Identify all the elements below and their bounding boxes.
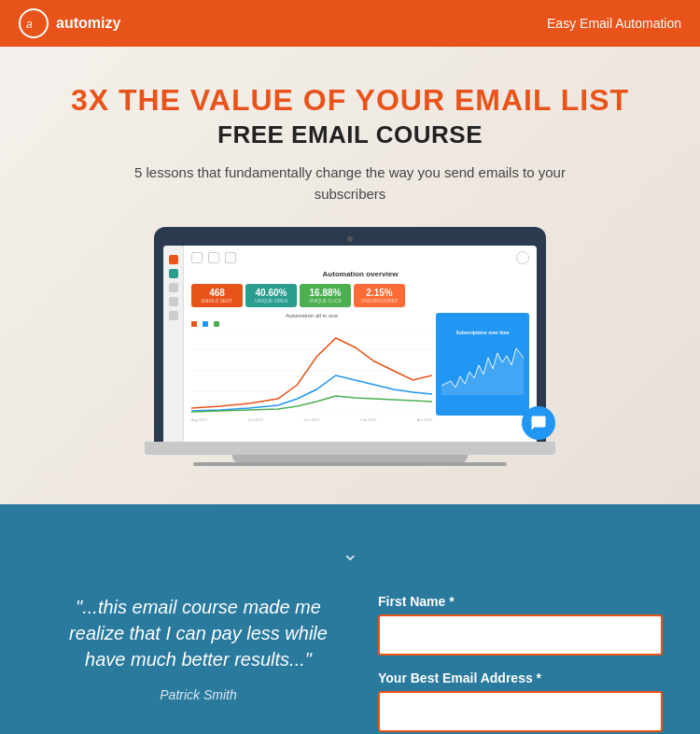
sidebar-icon-4 (169, 297, 178, 306)
stat-number-1: 468 (197, 288, 237, 298)
laptop-base (145, 442, 555, 455)
topbar-icon-1 (191, 252, 203, 263)
page-header: a automizy Easy Email Automation (0, 0, 700, 47)
topbar-profile-icon (516, 251, 529, 264)
chat-icon (530, 415, 547, 431)
chevron-down-icon: ⌄ (342, 542, 358, 566)
topbar-icon-2 (208, 252, 219, 263)
screen-sidebar (163, 246, 184, 442)
testimonial-author: Patrick Smith (56, 687, 341, 702)
sidebar-icon-2 (169, 269, 178, 278)
logo-area[interactable]: a automizy (19, 8, 120, 38)
laptop: Automation overview 468 EMAILS SENT 40.6… (154, 227, 546, 466)
signup-form: First Name * Your Best Email Address * S… (378, 585, 663, 734)
testimonial-text: "...this email course made me realize th… (56, 594, 341, 672)
hero-section: 3X THE VALUE OF YOUR EMAIL LIST FREE EMA… (0, 47, 700, 504)
bottom-section: ⌄ "...this email course made me realize … (0, 504, 700, 734)
sidebar-icon-1 (169, 255, 178, 264)
topbar-icon-3 (225, 252, 236, 263)
laptop-foot (193, 462, 507, 466)
laptop-screen-inner: Automation overview 468 EMAILS SENT 40.6… (163, 246, 537, 442)
sidebar-icon-3 (169, 283, 178, 292)
laptop-chat-button[interactable] (522, 406, 555, 440)
hero-subtitle: 5 lessons that fundamentally change the … (126, 162, 574, 205)
logo-text: automizy (56, 15, 120, 32)
stat-click-rate: 16.88% UNIQUE CLICK (300, 284, 351, 307)
laptop-stand (232, 455, 468, 462)
svg-point-0 (20, 9, 48, 37)
chart-right-panel: Subscriptions over time (436, 313, 529, 416)
stat-open-rate: 40.60% UNIQUE OPEN (245, 284, 297, 307)
stat-label-2: UNIQUE OPEN (251, 298, 291, 303)
stat-emails-sent: 468 EMAILS SENT (191, 284, 243, 307)
stat-number-4: 2.15% (359, 288, 399, 298)
legend-dot-green (214, 321, 219, 327)
stat-number-3: 16.88% (305, 288, 345, 298)
stat-label-1: EMAILS SENT (197, 298, 237, 303)
hero-title-black: FREE EMAIL COURSE (56, 120, 644, 149)
chart-left: Automation all in one (191, 313, 432, 416)
chart-legend (191, 321, 432, 327)
chart-x-labels: Aug 2015 Oct 2015 Dec 2015 Feb 2016 Apr … (191, 417, 432, 422)
bottom-content: "...this email course made me realize th… (0, 585, 700, 734)
legend-dot-blue (203, 321, 208, 327)
hero-title-orange: 3X THE VALUE OF YOUR EMAIL LIST (56, 84, 644, 117)
line-chart-svg (191, 329, 432, 413)
stat-number-2: 40.60% (251, 288, 291, 298)
screen-stats-row: 468 EMAILS SENT 40.60% UNIQUE OPEN 16.88… (191, 284, 529, 307)
laptop-camera (347, 236, 353, 242)
subscriptions-sparkline (441, 339, 524, 395)
chart-left-label: Automation all in one (191, 313, 432, 318)
email-input[interactable] (378, 691, 663, 732)
laptop-screen-outer: Automation overview 468 EMAILS SENT 40.6… (154, 227, 546, 442)
header-tagline: Easy Email Automation (547, 16, 681, 31)
svg-text:a: a (26, 18, 33, 31)
stat-label-4: UNSUBSCRIBED (359, 298, 399, 303)
screen-chart-area: Automation all in one (191, 313, 529, 416)
sidebar-icon-5 (169, 311, 178, 320)
subscriptions-label: Subscriptions over time (441, 330, 524, 335)
stat-label-3: UNIQUE CLICK (305, 298, 345, 303)
stat-unsubscribe: 2.15% UNSUBSCRIBED (354, 284, 405, 307)
laptop-mockup: Automation overview 468 EMAILS SENT 40.6… (56, 227, 644, 466)
screen-main: Automation overview 468 EMAILS SENT 40.6… (184, 246, 537, 442)
logo-icon: a (19, 8, 49, 38)
first-name-label: First Name * (378, 594, 663, 609)
first-name-input[interactable] (378, 614, 663, 656)
screen-dashboard-title: Automation overview (191, 270, 529, 278)
legend-dot-red (191, 321, 197, 327)
chevron-row: ⌄ (0, 532, 700, 585)
email-label: Your Best Email Address * (378, 670, 663, 685)
subscriptions-chart: Subscriptions over time (436, 324, 529, 404)
testimonial-column: "...this email course made me realize th… (37, 585, 359, 712)
screen-topbar (191, 251, 529, 264)
